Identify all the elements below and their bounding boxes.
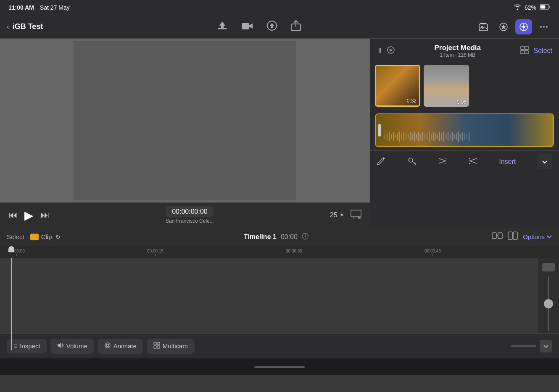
svg-point-55	[106, 344, 109, 347]
pause-icon[interactable]: ⏸	[377, 47, 383, 55]
volume-label: Volume	[66, 342, 87, 350]
play-button[interactable]: ▶	[24, 208, 34, 222]
media-title: Project Media	[395, 44, 520, 52]
timeline-name: Timeline 1	[244, 233, 277, 241]
svg-marker-3	[219, 21, 225, 28]
clip-refresh-icon[interactable]: ↻	[55, 234, 61, 240]
split-button[interactable]	[508, 231, 518, 242]
svg-rect-59	[157, 346, 160, 348]
insert-dropdown-button[interactable]	[537, 154, 552, 169]
multicam-button[interactable]: Multicam	[147, 339, 195, 354]
svg-rect-56	[154, 342, 156, 345]
trim-start-button[interactable]	[468, 156, 477, 168]
media-grid: 0:32 0:06	[370, 61, 559, 110]
monitor-icon[interactable]	[351, 210, 361, 221]
right-toolbar-indicator	[511, 345, 536, 347]
key-tool-button[interactable]	[407, 156, 417, 168]
timeline-header: Select Clip ↻ Timeline 1 00:00 ⓘ	[0, 228, 559, 246]
svg-rect-30	[521, 46, 524, 50]
back-button[interactable]: ‹	[7, 23, 9, 31]
preview-panel	[0, 39, 370, 203]
svg-rect-2	[218, 28, 227, 29]
nav-bar: ‹ iGB Test	[0, 15, 559, 39]
more-button[interactable]	[535, 19, 552, 34]
status-time: 11:00 AM	[8, 4, 34, 11]
pencil-tool-button[interactable]	[377, 156, 386, 168]
media-header: ⏸ Project Media 1 Item · 116 MB	[370, 39, 559, 61]
waveform-bars	[384, 130, 470, 143]
inspect-button[interactable]: ≡ Inspect	[7, 339, 47, 353]
media-subtitle: 1 Item · 116 MB	[395, 52, 520, 58]
animate-button[interactable]: Animate	[98, 339, 143, 354]
insert-button[interactable]: Insert	[499, 158, 516, 166]
svg-rect-31	[525, 46, 528, 50]
scroll-pill	[254, 366, 305, 368]
playback-bar: ⏮ ▶ ⏭ 00:00:00:00 San Francisco Cele... …	[0, 203, 370, 228]
main-area: ⏮ ▶ ⏭ 00:00:00:00 San Francisco Cele... …	[0, 39, 559, 375]
select-label: Select	[7, 233, 24, 240]
svg-marker-5	[249, 24, 253, 29]
svg-point-20	[546, 26, 548, 28]
svg-line-39	[439, 161, 446, 163]
star-button[interactable]	[495, 19, 512, 34]
svg-rect-10	[480, 23, 486, 24]
svg-line-44	[470, 161, 477, 163]
fps-x: ×	[340, 211, 344, 219]
skip-back-button[interactable]: ⏮	[8, 210, 18, 221]
multicam-icon	[153, 342, 160, 350]
volume-button[interactable]: Volume	[50, 339, 94, 354]
playhead-line	[11, 258, 12, 350]
scroll-track[interactable]	[548, 276, 549, 331]
camera-icon[interactable]	[241, 21, 253, 33]
media-title-area: Project Media 1 Item · 116 MB	[395, 44, 520, 58]
media-select-button[interactable]: Select	[534, 47, 552, 55]
svg-rect-4	[242, 23, 249, 29]
info-icon[interactable]: ⓘ	[302, 232, 309, 241]
audio-handle-left[interactable]	[378, 124, 381, 137]
svg-rect-49	[498, 233, 502, 239]
upload-icon[interactable]	[217, 20, 228, 34]
voiceover-icon[interactable]	[266, 20, 277, 34]
photos-button[interactable]	[475, 19, 492, 34]
svg-line-43	[470, 158, 477, 161]
globe-button[interactable]	[515, 19, 532, 34]
options-button[interactable]: Options	[523, 233, 552, 240]
audio-section[interactable]	[375, 113, 554, 147]
nav-center-actions	[43, 20, 475, 34]
scroll-knob[interactable]	[544, 299, 553, 308]
share-icon[interactable]	[291, 20, 301, 34]
status-right: 62%	[514, 4, 551, 11]
status-left: 11:00 AM Sat 27 May	[8, 4, 70, 11]
grid-icon[interactable]	[520, 46, 529, 56]
scroll-indicator	[0, 358, 559, 375]
media-thumbnail-2[interactable]: 0:06	[424, 65, 469, 107]
timeline-ruler: 00:00:00 00:00:15 00:00:30 00:00:45	[0, 246, 559, 258]
svg-marker-13	[501, 24, 506, 29]
wifi-icon	[514, 4, 521, 11]
animate-label: Animate	[113, 342, 137, 350]
svg-rect-52	[513, 232, 517, 239]
svg-marker-53	[58, 343, 61, 348]
filter-icon[interactable]	[387, 46, 395, 56]
thumb-duration-1: 0:32	[407, 98, 417, 104]
skip-forward-button[interactable]: ⏭	[40, 210, 50, 221]
media-thumbnail-1[interactable]: 0:32	[375, 65, 420, 107]
volume-icon	[57, 342, 64, 350]
svg-rect-51	[508, 232, 512, 239]
scroll-handle[interactable]	[542, 263, 555, 271]
audio-waveform	[384, 130, 545, 143]
detach-audio-button[interactable]	[492, 231, 503, 242]
right-toolbar-button[interactable]	[540, 340, 552, 353]
svg-rect-32	[521, 50, 524, 54]
ruler-mark-2: 00:00:30	[286, 249, 302, 256]
clip-label: Clip	[41, 233, 52, 240]
preview-inner	[74, 41, 296, 200]
svg-point-19	[543, 26, 545, 28]
svg-rect-58	[154, 346, 156, 348]
ruler-mark-3: 00:00:45	[425, 249, 441, 256]
trim-end-button[interactable]	[438, 156, 447, 168]
timeline-right-controls: Options	[492, 231, 552, 242]
status-bar: 11:00 AM Sat 27 May 62%	[0, 0, 559, 15]
timecode: 00:00:00:00	[166, 206, 214, 217]
nav-title: iGB Test	[13, 22, 43, 31]
